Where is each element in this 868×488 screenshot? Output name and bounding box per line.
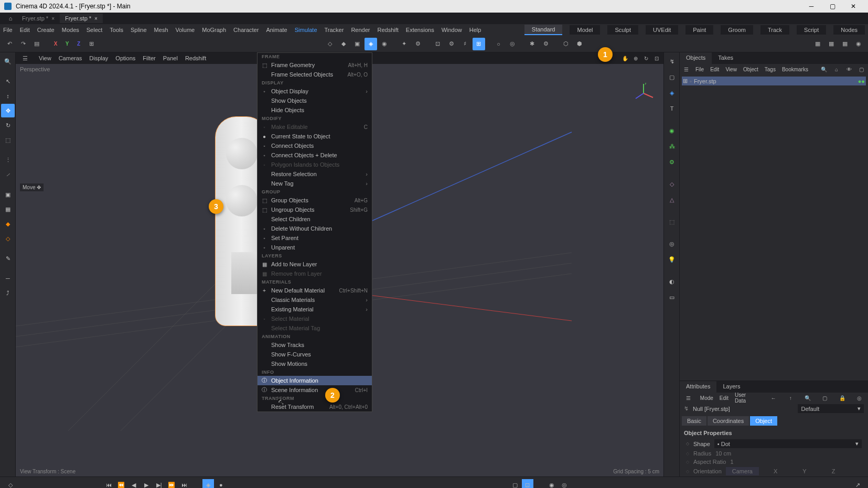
menu-mesh[interactable]: Mesh (154, 27, 168, 33)
grid1-icon[interactable]: ⊡ (432, 38, 444, 50)
layout-sculpt[interactable]: Sculpt (607, 25, 638, 35)
tl-circle-icon[interactable]: ◉ (546, 479, 558, 488)
camera-icon[interactable]: ◎ (665, 237, 679, 251)
obj-menu-view[interactable]: View (725, 67, 737, 72)
layout-model[interactable]: Model (570, 25, 600, 35)
attr-menu-icon[interactable]: ☰ (683, 392, 694, 404)
prev-frame-icon[interactable]: ◀ (128, 479, 140, 488)
edge-mode-icon[interactable]: ⟋ (1, 168, 15, 181)
record-icon[interactable]: ● (215, 479, 227, 488)
vp-menu-panel[interactable]: Panel (163, 55, 178, 61)
attributes-tab[interactable]: Attributes (680, 381, 716, 393)
tl-target-icon[interactable]: ◎ (559, 479, 570, 488)
orient-y[interactable]: Y (792, 467, 817, 475)
mograph-icon[interactable]: ⬚ (665, 215, 679, 229)
undo-icon[interactable]: ↶ (3, 38, 16, 50)
maximize-button[interactable]: ▢ (822, 0, 843, 13)
menu-edit[interactable]: Edit (20, 27, 30, 33)
ctx-item-new-tag[interactable]: New Tag› (258, 179, 372, 188)
key-diamond-icon[interactable]: ◇ (686, 451, 689, 456)
orient-camera[interactable]: Camera (726, 467, 759, 475)
obj-box-icon[interactable]: ▢ (859, 63, 865, 75)
menu-mograph[interactable]: MoGraph (202, 27, 226, 33)
file-tab-active[interactable]: Fryer.stp * × (60, 14, 103, 23)
layout-nodes[interactable]: Nodes (833, 25, 865, 35)
gear2-icon[interactable]: ⚙ (445, 38, 458, 50)
vp-menu-filter[interactable]: Filter (143, 55, 155, 61)
vp-menu-options[interactable]: Options (115, 55, 135, 61)
light-icon[interactable]: 💡 (665, 253, 679, 266)
hex2-icon[interactable]: ⬢ (573, 38, 586, 50)
field-icon[interactable]: △ (665, 193, 679, 207)
ctx-item-show-objects[interactable]: Show Objects (258, 96, 372, 105)
history-icon[interactable]: ▤ (30, 38, 43, 50)
vertex-mode-icon[interactable]: ⋮ (1, 153, 15, 167)
tl-opt2-icon[interactable]: ⊡ (522, 479, 533, 488)
next-key-icon[interactable]: ⏩ (166, 479, 177, 488)
axis-y-toggle[interactable]: Y (62, 39, 72, 49)
material-icon[interactable]: ◐ (665, 275, 679, 288)
ctx-item-unparent[interactable]: ◦Unparent (258, 243, 372, 252)
visibility-dots[interactable]: ●● (858, 78, 865, 84)
snap-icon[interactable]: ⊞ (473, 38, 485, 50)
menu-character[interactable]: Character (233, 27, 259, 33)
attr-fwd-icon[interactable]: ↑ (785, 392, 796, 404)
ctx-item-add-to-new-layer[interactable]: ▦Add to New Layer (258, 259, 372, 269)
cloner-icon[interactable]: ⁂ (665, 139, 679, 153)
picture-icon[interactable]: ▭ (665, 290, 679, 304)
ctx-item-show-motions[interactable]: Show Motions (258, 359, 372, 368)
render-icon[interactable]: ◉ (852, 38, 865, 50)
vp-menu-display[interactable]: Display (89, 55, 108, 61)
sym-icon[interactable]: ✱ (526, 38, 539, 50)
ctx-item-show-tracks[interactable]: Show Tracks (258, 340, 372, 350)
picture-viewer-icon[interactable]: ▦ (839, 38, 851, 50)
axis-x-toggle[interactable]: X (50, 39, 61, 49)
attr-menu-mode[interactable]: Mode (700, 395, 713, 401)
tree-item-fryer[interactable]: ⊞ ◦ Fryer.stp ●● (682, 77, 866, 85)
ctx-item-group-objects[interactable]: ⬚Group ObjectsAlt+G (258, 196, 372, 205)
gear3-icon[interactable]: ⚙ (540, 38, 552, 50)
ctx-item-restore-selection[interactable]: Restore Selection› (258, 169, 372, 179)
layout-standard[interactable]: Standard (524, 25, 563, 35)
obj-menu-bookmarks[interactable]: Bookmarks (782, 67, 808, 72)
layout-script[interactable]: Script (797, 25, 826, 35)
last-tool-icon[interactable]: ⤴ (1, 286, 15, 300)
attr-search-icon[interactable]: 🔍 (802, 392, 813, 404)
obj-menu-icon[interactable]: ☰ (683, 63, 689, 75)
minimize-button[interactable]: ─ (801, 0, 822, 13)
shape-dropdown[interactable]: • Dot ▾ (714, 439, 862, 448)
circle1-icon[interactable]: ○ (492, 38, 505, 50)
rotate-tool-icon[interactable]: ↻ (1, 118, 15, 132)
ctx-item-delete-without-children[interactable]: ◦Delete Without Children (258, 224, 372, 233)
ctx-item-scene-information[interactable]: ⓘScene InformationCtrl+I (258, 385, 372, 395)
vp-zoom-icon[interactable]: ⊕ (631, 53, 640, 63)
attr-filter-icon[interactable]: ▢ (820, 392, 831, 404)
menu-tools[interactable]: Tools (110, 27, 123, 33)
menu-simulate[interactable]: Simulate (295, 27, 317, 33)
obj-menu-tags[interactable]: Tags (765, 67, 776, 72)
attr-tab-object[interactable]: Object (750, 416, 777, 426)
cube-icon[interactable]: ◇ (324, 38, 336, 50)
file-tab[interactable]: Fryer.stp * × (17, 14, 60, 23)
vp-menu-cameras[interactable]: Cameras (59, 55, 82, 61)
menu-modes[interactable]: Modes (62, 27, 79, 33)
ctx-item-connect-objects[interactable]: ◦Connect Objects (258, 141, 372, 150)
goto-end-icon[interactable]: ⏭ (178, 479, 190, 488)
ctx-item-connect-objects-delete[interactable]: ◦Connect Objects + Delete (258, 150, 372, 160)
close-tab-icon[interactable]: × (51, 16, 55, 21)
model-mode-icon[interactable]: ▣ (1, 188, 15, 201)
menu-help[interactable]: Help (469, 27, 481, 33)
menu-extensions[interactable]: Extensions (406, 27, 434, 33)
obj-filter-icon[interactable]: ⌂ (833, 63, 840, 75)
tl-opt1-icon[interactable]: ▢ (509, 479, 521, 488)
vp-max-icon[interactable]: ⊡ (652, 53, 661, 63)
vp-rotate-icon[interactable]: ↻ (641, 53, 651, 63)
deformer-icon[interactable]: ◇ (665, 177, 679, 191)
coord-icon[interactable]: ⊞ (85, 38, 98, 50)
obj-search-icon[interactable]: 🔍 (821, 63, 827, 75)
cube2-icon[interactable]: ◆ (337, 38, 350, 50)
render-settings-icon[interactable]: ▦ (825, 38, 838, 50)
point-mode-icon[interactable]: ◆ (1, 217, 15, 231)
key-diamond-icon[interactable]: ◇ (686, 441, 689, 446)
key-diamond-icon[interactable]: ◇ (686, 460, 689, 464)
